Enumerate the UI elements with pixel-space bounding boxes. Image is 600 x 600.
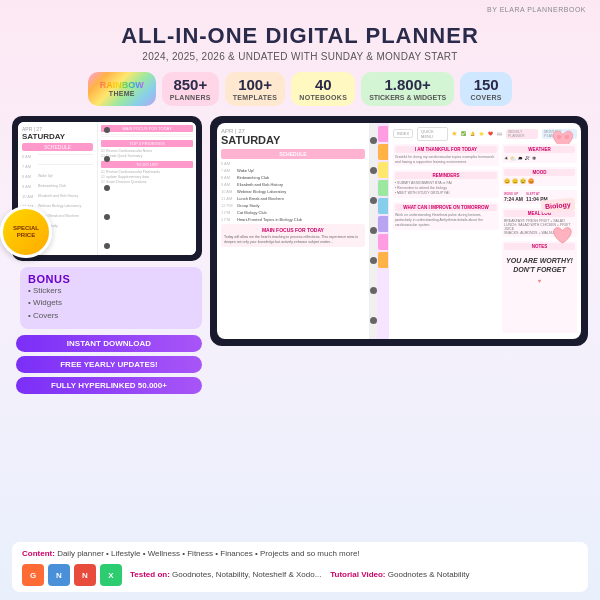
big-spiral-dot-2 — [370, 167, 377, 174]
btr-9: 2 PMHeart-Fronted Topics in Biology Club — [221, 217, 365, 222]
weather-box: WEATHER ☀ ⛅ 🌧 ⛈ ❄ — [502, 144, 577, 163]
special-price-text: SPECIAL — [13, 225, 39, 232]
side-tab-1[interactable] — [378, 126, 388, 142]
templates-number: 100+ — [238, 77, 272, 94]
focus-line-2 — [101, 136, 193, 137]
big-left-page: APR | 27 SATURDAY SCHEDULE 6 AM 7 AMWake… — [217, 123, 370, 339]
goodnotes-icon: G — [22, 564, 44, 586]
bi-9: Heart-Fronted Topics in Biology Club — [237, 217, 365, 222]
notebooks-label: NOTEBOOKS — [299, 94, 347, 101]
schedule-title: SCHEDULE — [22, 143, 93, 151]
mood-title: MOOD — [504, 169, 575, 176]
planners-label: PLANNERS — [170, 94, 211, 101]
app-icons-group: G N N X — [22, 564, 122, 586]
bt-6: 11 AM — [221, 196, 235, 201]
xodo-icon: X — [100, 564, 122, 586]
stat-rainbow: RAINBOW THEME — [88, 72, 156, 106]
big-spiral-dot-6 — [370, 287, 377, 294]
todo-1: ☑ Review Cardiovascular Flashcards — [101, 170, 193, 174]
side-tab-4[interactable] — [378, 180, 388, 196]
main-title: ALL-IN-ONE DIGITAL PLANNER — [121, 24, 479, 48]
svg-point-0 — [557, 135, 561, 139]
time-item-3: Wake Up! — [38, 174, 93, 179]
heart-small — [550, 224, 575, 253]
bottom-apps-row: G N N X Tested on: Goodnotes, Notability… — [22, 564, 578, 586]
big-tablet-wrapper: APR | 27 SATURDAY SCHEDULE 6 AM 7 AMWake… — [210, 116, 588, 346]
big-spiral-dot-7 — [370, 317, 377, 324]
spiral-dot-3 — [104, 185, 110, 191]
weather-title: WEATHER — [504, 146, 575, 153]
instant-download-badge: INSTANT DOWNLOAD — [16, 335, 202, 352]
tested-text: Goodnotes, Notability, Noteshelf & Xodo.… — [172, 570, 321, 579]
worthy-text: YOU ARE WORTHY!DON'T FORGET — [504, 252, 575, 278]
time-row-1: 6 AM — [22, 154, 93, 159]
special-price-text2: PRICE — [17, 232, 35, 239]
side-tab-5[interactable] — [378, 198, 388, 214]
mood-box: MOOD 😊 😐 😢 😡 — [502, 167, 577, 186]
side-tab-7[interactable] — [378, 234, 388, 250]
right-col-2: WEATHER ☀ ⛅ 🌧 ⛈ ❄ — [502, 144, 577, 335]
time-3: 8 AM — [22, 174, 36, 179]
bt-8: 1 PM — [221, 210, 235, 215]
side-tab-2[interactable] — [378, 144, 388, 160]
side-tab-8[interactable] — [378, 252, 388, 268]
improve-text: Work on understanding Heartbeat pulse du… — [395, 213, 497, 228]
content-row: Content: Daily planner • Lifestyle • Wel… — [22, 548, 578, 560]
icon-star: ⭐ — [479, 131, 484, 136]
stat-notebooks: 40 NOTEBOOKS — [291, 72, 355, 106]
subtitle: 2024, 2025, 2026 & UNDATED WITH SUNDAY &… — [142, 51, 457, 62]
rainbow-label: RAINBOW — [100, 80, 144, 90]
time-item-6: Webinar Biology Laboratory — [38, 204, 93, 209]
grateful-box: I AM THANKFUL FOR TODAY Grateful for doi… — [393, 144, 499, 167]
bt-9: 2 PM — [221, 217, 235, 222]
focus-section: MAIN FOCUS FOR TODAY — [101, 125, 193, 137]
bonus-stickers: • Stickers — [28, 285, 194, 298]
side-tab-3[interactable] — [378, 162, 388, 178]
big-time-rows: 6 AM 7 AMWake Up! 8 AMBirdwatching Club … — [221, 161, 365, 222]
stat-planners: 850+ PLANNERS — [162, 72, 219, 106]
todo-3: ☑ Smart Decision Questions — [101, 180, 193, 184]
time-row-5: 10 AMElizabeth and Bob History — [22, 194, 93, 199]
time-row-2: 7 AM — [22, 164, 93, 169]
sleep-col: WOKE UP 7:24 AM — [504, 192, 523, 202]
side-tab-6[interactable] — [378, 216, 388, 232]
covers-label: COVERS — [470, 94, 501, 101]
bi-1 — [237, 161, 365, 166]
todo-section: TO DO LIST ☑ Review Cardiovascular Flash… — [101, 161, 193, 184]
big-schedule-title: SCHEDULE — [221, 149, 365, 159]
notebooks-number: 40 — [315, 77, 332, 94]
todo-title: TO DO LIST — [101, 161, 193, 168]
tab-quickmenu[interactable]: QUICK MENU — [417, 127, 448, 141]
bt-3: 8 AM — [221, 175, 235, 180]
bt-1: 6 AM — [221, 161, 235, 166]
mood-4: 😡 — [528, 178, 534, 184]
mood-3: 😢 — [520, 178, 526, 184]
covers-number: 150 — [474, 77, 499, 94]
bt-7: 12 PM — [221, 203, 235, 208]
bi-3: Birdwatching Club — [237, 175, 365, 180]
icon-check: ✅ — [461, 131, 466, 136]
time-5: 10 AM — [22, 194, 36, 199]
bi-7: Group Study — [237, 203, 365, 208]
bi-4: Elizabeth and Bob History — [237, 182, 365, 187]
stickers-number: 1.800+ — [385, 77, 431, 94]
tab-index[interactable]: INDEX — [393, 129, 413, 138]
stat-stickers: 1.800+ STICKERS & WIDGETS — [361, 72, 454, 106]
big-spiral — [370, 123, 377, 339]
rainbow-sublabel: THEME — [109, 90, 135, 97]
content-text: Daily planner • Lifestyle • Wellness • F… — [57, 549, 359, 558]
tablet-big-screen: APR | 27 SATURDAY SCHEDULE 6 AM 7 AMWake… — [217, 123, 581, 339]
stat-covers: 150 COVERS — [460, 72, 512, 106]
tutorial-text: Goodnotes & Notability — [388, 570, 470, 579]
weather-icons: ☀ ⛅ 🌧 ⛈ ❄ — [504, 155, 575, 161]
priority-1: ☑ Review Cardiovascular Notes — [101, 149, 193, 153]
spiral-dot-1 — [104, 127, 110, 133]
btr-1: 6 AM — [221, 161, 365, 166]
time-row-3: 8 AMWake Up! — [22, 174, 93, 179]
planners-number: 850+ — [173, 77, 207, 94]
time-2: 7 AM — [22, 164, 36, 169]
bottom-info: Content: Daily planner • Lifestyle • Wel… — [12, 542, 588, 592]
improve-title: WHAT CAN I IMPROVE ON TOMORROW — [395, 204, 497, 211]
btr-6: 11 AMLunch Break and Biochem — [221, 196, 365, 201]
stat-templates: 100+ TEMPLATES — [225, 72, 286, 106]
